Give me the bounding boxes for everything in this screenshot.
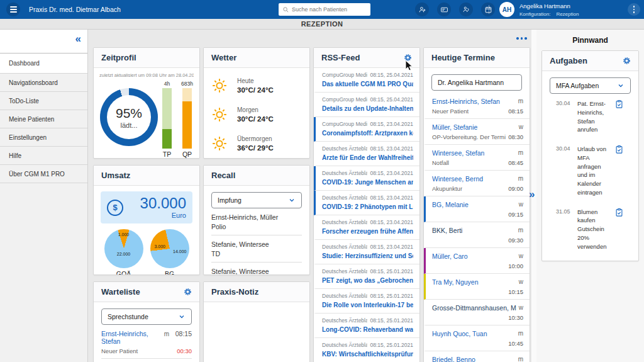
clipboard-check-icon[interactable] xyxy=(614,99,625,134)
appointment-row[interactable]: Müller, Stefanie w OP-Vorbereitung. Der … xyxy=(424,119,530,145)
rss-item[interactable]: Deutsches Ärzteblatt 08:15, 23.04.2021 Ä… xyxy=(314,142,419,166)
card-icon[interactable] xyxy=(437,3,451,16)
recall-row[interactable]: Stefanie, Wintersee Influenza xyxy=(211,263,302,275)
rss-item[interactable]: CompuGroup Medical 08:15, 25.04.2021 Det… xyxy=(314,93,419,117)
rss-headline[interactable]: Details zu den Update-Inhalten CGM M1... xyxy=(322,105,413,112)
zeitprofil-title: Zeitprofil xyxy=(101,53,136,62)
clipboard-check-icon[interactable] xyxy=(614,208,625,251)
appointment-row[interactable]: Tra My, Nguyen w 10:15 xyxy=(424,274,530,300)
chevron-down-icon xyxy=(617,82,625,89)
pie-goa-slice-value: 1.000 xyxy=(118,232,130,237)
sun-icon xyxy=(211,135,228,152)
rss-timestamp: 08:15, 25.01.2021 xyxy=(370,293,413,299)
rss-headline[interactable]: Ärzte für Ende der Wahlfreiheit bei Coro… xyxy=(322,154,413,161)
widget-aufgaben: Aufgaben MFA Aufgaben 30.04 Pat. Ernst-H… xyxy=(541,50,639,261)
rss-source: CompuGroup Medical xyxy=(322,121,367,127)
rss-item[interactable]: Deutsches Ärzteblatt 08:15, 23.04.2021 C… xyxy=(314,191,419,215)
task-row[interactable]: 31.05 Blumen kaufen Gutschein 20% verwen… xyxy=(550,202,631,256)
recall-row[interactable]: Ernst-Heinrichs, Müller Polio xyxy=(211,208,302,235)
bar-qp-value: 683h xyxy=(181,81,193,87)
collapse-sidebar-icon[interactable]: « xyxy=(75,33,81,44)
expand-panel-icon[interactable]: » xyxy=(529,189,535,200)
rss-item[interactable]: CompuGroup Medical 08:15, 23.04.2021 Cor… xyxy=(314,117,419,142)
appointment-row[interactable]: Ernst-Heinrichs, Stefan m Neuer Patient … xyxy=(424,93,530,119)
appointment-row[interactable]: Briedel, Benno m 11:15 xyxy=(424,351,530,362)
patient-name[interactable]: Huynh Quoc, Tuan xyxy=(432,330,487,337)
recall-filter-select[interactable]: Impfung xyxy=(211,192,302,208)
appointment-row[interactable]: BG, Melanie w 09:15 xyxy=(424,196,530,222)
rss-headline[interactable]: COVID-19: Junge Menschen anfällig für... xyxy=(322,179,413,186)
rss-item[interactable]: Deutsches Ärzteblatt 08:15, 23.04.2021 F… xyxy=(314,215,419,240)
task-row[interactable]: 30.04 Urlaub von MFA anfragen und im Kal… xyxy=(550,139,631,202)
recall-row[interactable]: Stefanie, Wintersee TD xyxy=(211,235,302,263)
appointment-row[interactable]: Wintersee, Stefan m Notfall 08:45 xyxy=(424,145,530,171)
doctor-selector[interactable]: Dr. Angelika Hartmann xyxy=(431,74,522,91)
rss-headline[interactable]: Forscher erzeugen frühe Affenembryon ... xyxy=(322,228,413,235)
warteliste-row[interactable]: Ernst-Heinrichs, Stefan m 08:15 Neuer Pa… xyxy=(101,325,192,359)
appointment-row[interactable]: BKK, Berti m 09:30 xyxy=(424,222,530,248)
hamburger-menu-button[interactable] xyxy=(6,3,20,16)
topbar: Praxis Dr. med. Dietmar Albach AH Angeli… xyxy=(0,0,644,19)
add-patient-icon[interactable] xyxy=(415,3,429,16)
rss-headline[interactable]: KBV: Wirtschaftlichkeitsprüfungen gesetz… xyxy=(322,351,413,358)
rss-item[interactable]: Deutsches Ärzteblatt 08:15, 23.04.2021 C… xyxy=(314,166,419,191)
sidebar-item[interactable]: ToDo-Liste xyxy=(0,92,87,110)
bar-tp: 4h TP xyxy=(162,81,172,158)
patient-name[interactable]: Wintersee, Bernd xyxy=(432,175,483,183)
rss-item[interactable]: Deutsches Ärzteblatt 08:15, 25.01.2021 D… xyxy=(314,289,419,314)
patient-name[interactable]: Grosse-Dittmannshausen, Marie-Lo... xyxy=(432,304,516,312)
sidebar-item[interactable]: Über CGM M1 PRO xyxy=(0,165,87,183)
sidebar-item[interactable]: Hilfe xyxy=(0,147,87,165)
gear-icon[interactable] xyxy=(623,57,631,65)
gear-icon[interactable] xyxy=(404,54,412,62)
appointment-row[interactable]: Grosse-Dittmannshausen, Marie-Lo... w 10… xyxy=(424,300,530,325)
avatar[interactable]: AH xyxy=(499,2,514,17)
clipboard-check-icon[interactable] xyxy=(614,145,625,197)
rss-headline[interactable]: PET zeigt, wo das „Gebrochene Herz“ i... xyxy=(322,277,413,284)
gear-icon[interactable] xyxy=(184,288,192,296)
patient-name[interactable]: BG, Melanie xyxy=(432,201,469,208)
rss-source: Deutsches Ärzteblatt xyxy=(322,195,367,201)
rss-headline[interactable]: Das aktuelle CGM M1 PRO Quartals-Upd... xyxy=(322,81,413,88)
sidebar-item[interactable]: Navigationsboard xyxy=(0,74,87,92)
patient-name[interactable]: Wintersee, Stefan xyxy=(432,149,484,157)
patient-name[interactable]: Müller, Stefanie xyxy=(432,123,477,131)
search-input[interactable] xyxy=(292,6,367,13)
more-options-button[interactable] xyxy=(516,37,527,40)
patient-name[interactable]: Müller, Caro xyxy=(432,252,468,260)
widget-warteliste: Warteliste Sprechstunde Ernst-Heinrichs,… xyxy=(93,281,200,362)
rss-item[interactable]: Deutsches Ärzteblatt 08:15, 25.01.2021 L… xyxy=(314,314,419,338)
sidebar-item[interactable]: Dashboard xyxy=(0,54,87,74)
chevron-down-icon xyxy=(288,196,296,204)
task-row[interactable]: 30.04 Pat. Ernst-Heinrichs, Stefan anruf… xyxy=(550,94,631,139)
pie-bg-base-value: 14.000 xyxy=(173,249,186,254)
user-info[interactable]: Angelika Hartmann Konfiguration: Rezepti… xyxy=(519,3,579,17)
warteliste-row[interactable]: Müller, Stefanie w 08:30 xyxy=(101,359,192,362)
search-box[interactable] xyxy=(279,3,370,16)
rss-item[interactable]: Deutsches Ärzteblatt 08:15, 25.01.2021 P… xyxy=(314,264,419,289)
patient-name[interactable]: Briedel, Benno xyxy=(432,356,475,362)
rss-headline[interactable]: COVID-19: 2 Phänotypen mit Lungenve... xyxy=(322,203,413,210)
patient-name[interactable]: Tra My, Nguyen xyxy=(432,278,479,286)
appointment-row[interactable]: Wintersee, Bernd m Akupunktur 09:00 xyxy=(424,171,530,196)
sidebar-item[interactable]: Einstellungen xyxy=(0,128,87,147)
sidebar-item[interactable]: Meine Patienten xyxy=(0,110,87,128)
rss-timestamp: 08:15, 25.01.2021 xyxy=(370,342,413,348)
rss-headline[interactable]: Die Rolle von Interleukin-17 bei der Ent… xyxy=(322,302,413,308)
calendar-icon[interactable] xyxy=(481,3,495,16)
appointment-row[interactable]: Huynh Quoc, Tuan m 10:45 xyxy=(424,325,530,351)
patient-name[interactable]: BKK, Berti xyxy=(432,227,462,234)
rss-item[interactable]: Deutsches Ärzteblatt 08:15, 25.01.2021 K… xyxy=(314,338,419,362)
kebab-menu-icon[interactable] xyxy=(628,3,640,16)
rss-headline[interactable]: Studie: Herzinsuffizienz und Schlaganfäl… xyxy=(322,252,413,259)
rss-item[interactable]: CompuGroup Medical 08:15, 25.04.2021 Das… xyxy=(314,68,419,93)
appointment-row[interactable]: Müller, Caro w 10:00 xyxy=(424,248,530,274)
rss-headline[interactable]: Coronaimpfstoff: Arztpraxen können mi... xyxy=(322,130,413,137)
rss-timestamp: 08:15, 23.04.2021 xyxy=(370,145,413,152)
patient-name[interactable]: Ernst-Heinrichs, Stefan xyxy=(432,98,500,105)
rss-item[interactable]: Deutsches Ärzteblatt 08:15, 23.04.2021 S… xyxy=(314,240,419,264)
warteliste-filter-select[interactable]: Sprechstunde xyxy=(101,308,192,325)
rss-headline[interactable]: Long-COVID: Rehaverband warnt vor Eng... xyxy=(322,326,413,333)
aufgaben-filter-select[interactable]: MFA Aufgaben xyxy=(550,77,631,94)
doctor-icon[interactable] xyxy=(459,3,473,16)
